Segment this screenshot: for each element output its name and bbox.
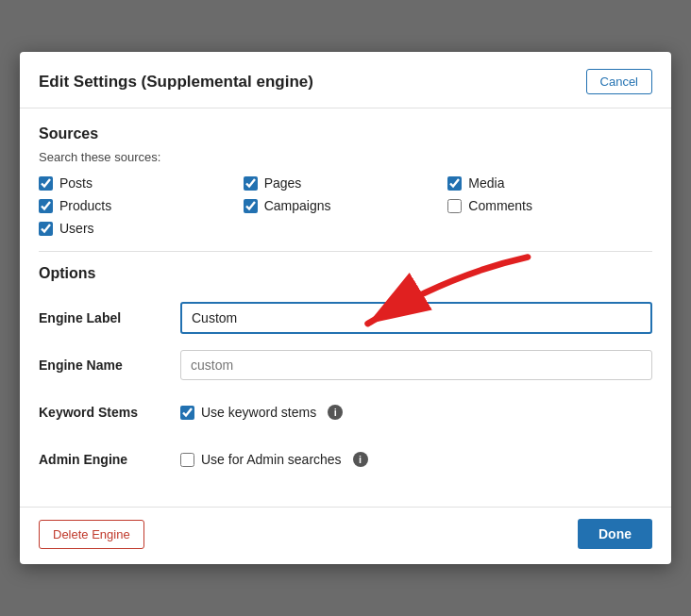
options-section: Options Engine Label bbox=[39, 265, 652, 476]
admin-engine-label: Admin Engine bbox=[39, 452, 180, 467]
modal-overlay: Edit Settings (Supplemental engine) Canc… bbox=[0, 0, 691, 616]
delete-engine-button[interactable]: Delete Engine bbox=[39, 520, 144, 549]
done-button[interactable]: Done bbox=[578, 519, 652, 549]
source-products[interactable]: Products bbox=[39, 198, 244, 213]
admin-engine-checkbox[interactable] bbox=[180, 453, 194, 467]
modal-header: Edit Settings (Supplemental engine) Canc… bbox=[20, 52, 671, 108]
modal-title: Edit Settings (Supplemental engine) bbox=[39, 73, 313, 92]
section-divider bbox=[39, 251, 652, 252]
source-posts[interactable]: Posts bbox=[39, 175, 244, 191]
checkbox-posts[interactable] bbox=[39, 176, 53, 191]
options-title: Options bbox=[39, 265, 652, 282]
source-campaigns[interactable]: Campaigns bbox=[244, 198, 448, 213]
keyword-stems-info-icon[interactable]: i bbox=[328, 405, 343, 420]
source-media-label: Media bbox=[468, 175, 504, 191]
source-pages-label: Pages bbox=[264, 175, 302, 191]
cancel-button[interactable]: Cancel bbox=[586, 69, 652, 94]
engine-label-label: Engine Label bbox=[39, 310, 180, 325]
checkbox-media[interactable] bbox=[447, 176, 462, 191]
admin-engine-checkbox-label: Use for Admin searches bbox=[201, 452, 342, 467]
source-campaigns-label: Campaigns bbox=[264, 198, 331, 213]
source-products-label: Products bbox=[59, 198, 111, 213]
admin-engine-checkbox-container[interactable]: Use for Admin searches i bbox=[180, 452, 368, 467]
keyword-stems-row: Keyword Stems Use keyword stems i bbox=[39, 395, 652, 429]
sources-title: Sources bbox=[39, 125, 652, 142]
source-media[interactable]: Media bbox=[447, 175, 652, 191]
keyword-stems-checkbox[interactable] bbox=[180, 406, 194, 420]
sources-subtitle: Search these sources: bbox=[39, 150, 652, 164]
source-users[interactable]: Users bbox=[39, 221, 244, 236]
sources-grid: Posts Pages Media Products bbox=[39, 175, 652, 236]
keyword-stems-checkbox-container[interactable]: Use keyword stems i bbox=[180, 405, 343, 420]
engine-label-container: Engine Label bbox=[39, 301, 652, 335]
source-comments[interactable]: Comments bbox=[447, 198, 652, 213]
engine-name-row: Engine Name bbox=[39, 348, 652, 382]
admin-engine-row: Admin Engine Use for Admin searches i bbox=[39, 442, 652, 476]
modal-body: Sources Search these sources: Posts Page… bbox=[20, 108, 671, 507]
sources-section: Sources Search these sources: Posts Page… bbox=[39, 125, 652, 236]
source-posts-label: Posts bbox=[59, 175, 93, 191]
checkbox-products[interactable] bbox=[39, 199, 53, 213]
source-comments-label: Comments bbox=[468, 198, 532, 213]
modal-footer: Delete Engine Done bbox=[20, 507, 671, 564]
checkbox-campaigns[interactable] bbox=[244, 199, 258, 213]
engine-name-input[interactable] bbox=[180, 350, 652, 380]
checkbox-pages[interactable] bbox=[244, 176, 258, 191]
modal-dialog: Edit Settings (Supplemental engine) Canc… bbox=[20, 52, 671, 564]
engine-label-input[interactable] bbox=[180, 302, 652, 334]
keyword-stems-checkbox-label: Use keyword stems bbox=[201, 405, 316, 420]
source-users-label: Users bbox=[59, 221, 94, 236]
checkbox-users[interactable] bbox=[39, 222, 53, 236]
keyword-stems-label: Keyword Stems bbox=[39, 405, 180, 420]
checkbox-comments[interactable] bbox=[447, 199, 462, 213]
admin-engine-info-icon[interactable]: i bbox=[353, 452, 368, 467]
source-pages[interactable]: Pages bbox=[244, 175, 448, 191]
engine-label-row: Engine Label bbox=[39, 301, 652, 335]
engine-name-label: Engine Name bbox=[39, 358, 180, 373]
